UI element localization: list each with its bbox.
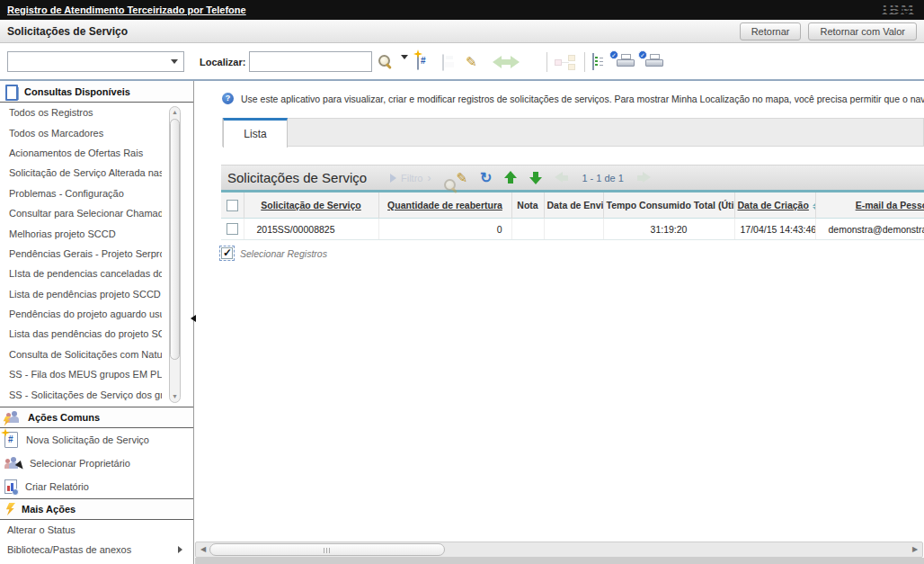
localizar-input[interactable]: [249, 51, 372, 72]
column-header-tempo-consumido: Tempo Consumido Total (Útil): [607, 200, 735, 210]
horizontal-scrollbar-thumb[interactable]: [209, 543, 445, 556]
ibm-logo: IBM: [882, 2, 915, 18]
action-selecionar-proprietario[interactable]: Selecionar Proprietário: [0, 452, 193, 475]
new-record-icon[interactable]: #: [417, 54, 419, 70]
next-row-icon[interactable]: [529, 171, 542, 184]
reports-icon[interactable]: [592, 54, 594, 70]
chevron-down-icon: [171, 59, 178, 64]
action-alterar-status[interactable]: Alterar o Status: [0, 520, 193, 540]
sidebar-item-ss-fila-meus-grupos[interactable]: SS - Fila dos MEUS grupos EM PLA...: [0, 364, 162, 384]
search-options-chevron-icon[interactable]: [401, 59, 408, 76]
clear-filter-icon[interactable]: ✎: [456, 170, 467, 186]
cell-data-criacao: 17/04/15 14:43:46: [734, 219, 815, 240]
sidebar-item-pendencias-projeto-scc[interactable]: Lista das pendências do projeto SCC...: [0, 324, 162, 344]
main-content: ? Use este aplicativo para visualizar, c…: [195, 81, 924, 564]
column-header-data-criacao[interactable]: Data de Criação: [738, 200, 809, 210]
refresh-icon[interactable]: ↻: [480, 171, 492, 185]
consultas-disponiveis-header: Consultas Disponíveis: [0, 81, 193, 103]
application-window: Registro de Atendimento Terceirizado por…: [0, 0, 924, 564]
filter-expand-icon: [390, 174, 396, 183]
main-toolbar: Localizar: # ✎ ✓ ✓: [0, 43, 924, 81]
scroll-down-icon[interactable]: ▼: [170, 391, 180, 402]
next-page-icon[interactable]: [636, 172, 651, 184]
cell-data-envio: [544, 219, 603, 240]
sidebar-item-problemas-configuracao[interactable]: Problemas - Configuração: [0, 184, 162, 203]
scroll-left-icon[interactable]: ◀: [199, 545, 208, 554]
column-header-nota: Nota: [517, 200, 538, 210]
sidebar-item-melhorias-sccd[interactable]: Melhorias projeto SCCD: [0, 223, 162, 243]
select-records-row: Selecionar Registros: [221, 247, 924, 259]
sidebar-item-pendencias-canceladas[interactable]: LIsta de pendencias canceladas do pr...: [0, 264, 162, 283]
toolbar-divider: [584, 52, 585, 72]
window-bottom-edge: [195, 558, 924, 564]
clear-changes-icon[interactable]: ✎: [466, 54, 477, 70]
scroll-up-icon[interactable]: ▲: [170, 107, 180, 118]
sidebar-item-acionamentos[interactable]: Acionamentos de Ofertas Rais: [0, 143, 162, 163]
more-actions-icon: [5, 503, 15, 515]
sidebar: Consultas Disponíveis Todos os Registros…: [0, 81, 194, 564]
acoes-comuns-header: Ações Comuns: [0, 407, 193, 428]
submenu-arrow-icon: [178, 546, 182, 553]
common-actions-icon: [5, 411, 22, 425]
action-nova-solicitacao[interactable]: # Nova Solicitação de Serviço: [0, 428, 193, 452]
sidebar-item-todos-os-marcadores[interactable]: Todos os Marcadores: [0, 122, 162, 142]
column-header-quantidade-reabertura[interactable]: Quantidade de reabertura: [387, 200, 502, 210]
tab-strip: Lista: [222, 118, 924, 147]
cell-quantidade: 0: [378, 219, 511, 240]
sidebar-item-pendencias-serpro[interactable]: Pendências Gerais - Projeto Serpro: [0, 244, 162, 264]
info-message: ? Use este aplicativo para visualizar, c…: [222, 93, 924, 105]
sidebar-item-consulta-natureza[interactable]: Consulta de Solicitações com Naturez...: [0, 345, 162, 364]
cell-email: demonstra@demonstra.com.br: [815, 219, 924, 240]
previous-page-icon[interactable]: [555, 172, 569, 184]
column-header-email-pessoa-impactada[interactable]: E-mail da Pessoa Impactada: [856, 200, 924, 210]
save-icon[interactable]: [442, 55, 444, 71]
sidebar-item-pendencias-sccd-res[interactable]: Lista de pendências projeto SCCD res...: [0, 284, 162, 304]
return-button[interactable]: Retornar: [740, 22, 802, 40]
toolbar-divider: [546, 52, 547, 72]
select-records-checkbox[interactable]: [221, 247, 233, 259]
table-header-row: Solicitação de Serviço Quantidade de rea…: [221, 192, 924, 219]
localizar-label: Localizar:: [200, 57, 245, 67]
filter-toggle[interactable]: Filtro ›: [390, 172, 431, 184]
app-title-link[interactable]: Registro de Atendimento Terceirizado por…: [7, 4, 246, 15]
row-checkbox[interactable]: [227, 223, 238, 235]
column-header-data-envio: Data de Envio: [547, 200, 604, 210]
mais-acoes-header: Mais Ações: [0, 498, 193, 520]
table-titlebar: Solicitações de Serviço Filtro › ✎ ↻ 1 -…: [221, 165, 924, 190]
scroll-right-icon[interactable]: ▶: [911, 545, 920, 554]
create-report-icon: [4, 479, 17, 494]
results-table-panel: Solicitações de Serviço Filtro › ✎ ↻ 1 -…: [221, 165, 924, 259]
page-header: Solicitações de Serviço Retornar Retorna…: [0, 20, 924, 43]
action-biblioteca-anexos[interactable]: Biblioteca/Pastas de anexos: [0, 540, 193, 560]
cell-nota: [511, 219, 544, 240]
pagination-label: 1 - 1 de 1: [582, 173, 623, 184]
cell-tempo-consumido: 31:19:20: [603, 219, 734, 240]
new-service-request-icon: #: [4, 432, 18, 448]
select-all-checkbox[interactable]: [227, 200, 238, 211]
page-title: Solicitações de Serviço: [7, 25, 128, 38]
action-criar-relatorio[interactable]: Criar Relatório: [0, 475, 193, 498]
sidebar-collapse-handle[interactable]: [190, 313, 197, 324]
sidebar-scrollbar-thumb[interactable]: [170, 119, 180, 360]
query-select[interactable]: [7, 51, 184, 72]
sidebar-item-ss-alterada[interactable]: Solicitação de Serviço Alterada nas úl..…: [0, 163, 162, 183]
cell-solicitacao[interactable]: 2015SS/00008825: [244, 219, 378, 240]
tab-lista[interactable]: Lista: [223, 118, 288, 148]
sidebar-item-pendencias-aguardo[interactable]: Pendências do projeto aguardo usuário: [0, 304, 162, 324]
table-title: Solicitações de Serviço: [221, 170, 390, 185]
select-owner-icon: [4, 457, 22, 470]
return-with-value-button[interactable]: Retornar com Valor: [808, 22, 917, 40]
help-icon: ?: [222, 93, 234, 104]
select-records-label: Selecionar Registros: [240, 248, 327, 259]
sidebar-scrollbar[interactable]: ▲ ▼: [169, 106, 181, 403]
sidebar-item-consultar-chamados[interactable]: Consultar para Selecionar Chamados ...: [0, 203, 162, 223]
table-row[interactable]: 2015SS/00008825 0 31:19:20 17/04/15 14:4…: [221, 219, 924, 240]
sidebar-item-ss-grupos[interactable]: SS - Solicitações de Serviço dos grup...: [0, 384, 162, 404]
horizontal-scrollbar[interactable]: ◀ ▶: [195, 542, 923, 558]
application-titlebar: Registro de Atendimento Terceirizado por…: [0, 0, 924, 20]
service-requests-table: Solicitação de Serviço Quantidade de rea…: [221, 190, 924, 240]
sidebar-item-todos-os-registros[interactable]: Todos os Registros: [0, 103, 162, 122]
queries-list: Todos os Registros Todos os Marcadores A…: [0, 103, 193, 407]
column-header-solicitacao[interactable]: Solicitação de Serviço: [261, 200, 360, 210]
previous-row-icon[interactable]: [504, 171, 517, 184]
